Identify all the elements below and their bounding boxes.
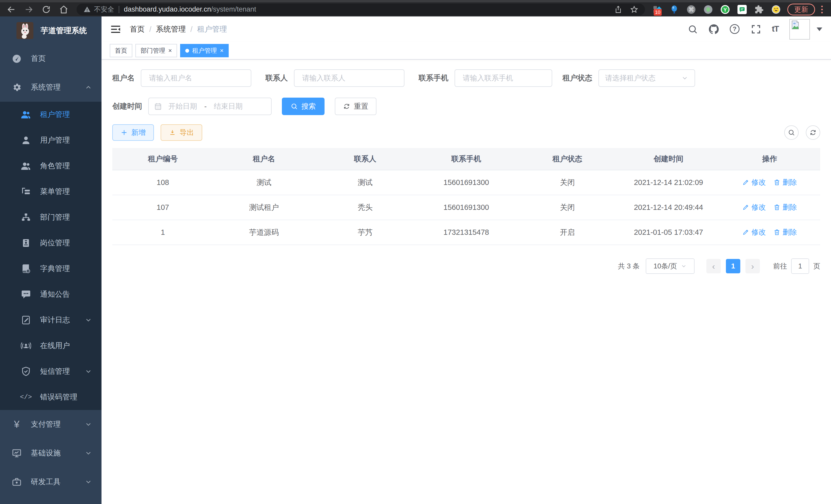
tab-home[interactable]: 首页: [110, 44, 132, 57]
github-icon[interactable]: [709, 24, 719, 34]
window-title-strip: [0, 0, 831, 2]
sidebar-item-post[interactable]: 岗位管理: [0, 230, 102, 256]
sidebar-item-role[interactable]: 角色管理: [0, 153, 102, 179]
prev-page-button[interactable]: ‹: [706, 259, 721, 273]
sidebar-item-notice[interactable]: 通知公告: [0, 281, 102, 307]
extension-balloon-icon[interactable]: [669, 4, 679, 14]
sidebar-item-label: 错误码管理: [40, 392, 77, 402]
tab-dept[interactable]: 部门管理×: [136, 44, 177, 57]
extension-tray: 10 ⌘ Y: [652, 4, 781, 14]
dictionary-icon: [20, 263, 32, 274]
contact-input[interactable]: [294, 69, 404, 87]
goto-label: 前往: [773, 262, 787, 271]
table-header-row: 租户编号 租户名 联系人 联系手机 租户状态 创建时间 操作: [112, 148, 820, 170]
status-select[interactable]: 请选择租户状态: [598, 69, 695, 87]
extension-command-icon[interactable]: ⌘: [686, 4, 696, 14]
address-bar[interactable]: 不安全 dashboard.yudao.iocoder.cn/system/te…: [77, 4, 645, 16]
table-row: 1 芋道源码 芋艿 17321315478 开启 2021-01-05 17:0…: [112, 220, 820, 245]
chevron-down-icon: [85, 367, 92, 375]
col-mobile: 联系手机: [416, 148, 517, 170]
extensions-puzzle-icon[interactable]: [754, 4, 764, 14]
help-icon[interactable]: ?: [730, 24, 740, 34]
extension-tampermonkey-icon[interactable]: 10: [652, 4, 662, 14]
delete-link[interactable]: 删除: [773, 202, 797, 212]
online-user-icon: [20, 340, 32, 351]
delete-link[interactable]: 删除: [773, 227, 797, 237]
avatar-caret-icon[interactable]: [816, 28, 822, 31]
sidebar-item-label: 通知公告: [40, 289, 70, 299]
next-page-button[interactable]: ›: [745, 259, 760, 273]
edit-link[interactable]: 修改: [742, 178, 766, 187]
close-icon[interactable]: ×: [220, 47, 224, 54]
extension-emoji-icon[interactable]: [771, 4, 781, 14]
id-badge-icon: [20, 237, 32, 249]
security-label[interactable]: 不安全: [94, 5, 114, 14]
create-time-range-picker[interactable]: -: [148, 98, 271, 115]
chevron-down-icon: [681, 263, 687, 269]
avatar[interactable]: [790, 19, 810, 39]
sidebar-item-dept[interactable]: 部门管理: [0, 205, 102, 230]
sidebar-item-label: 岗位管理: [40, 238, 70, 248]
sidebar-item-audit-log[interactable]: 审计日志: [0, 307, 102, 333]
browser-menu-icon[interactable]: [820, 4, 824, 15]
extension-record-icon[interactable]: [703, 4, 713, 14]
tab-tenant[interactable]: 租户管理×: [180, 44, 229, 57]
search-button[interactable]: 搜索: [282, 98, 324, 115]
edit-link[interactable]: 修改: [742, 227, 766, 237]
chevron-down-icon: [85, 420, 92, 428]
sidebar-item-sms[interactable]: 短信管理: [0, 359, 102, 384]
bookmark-star-icon[interactable]: [630, 5, 638, 13]
briefcase-icon: [10, 476, 23, 487]
edit-link[interactable]: 修改: [742, 202, 766, 212]
browser-reload-icon[interactable]: [41, 5, 51, 14]
sidebar-item-tenant[interactable]: 租户管理: [0, 102, 102, 127]
extension-y-icon[interactable]: Y: [720, 4, 730, 14]
sidebar-item-system[interactable]: 系统管理: [0, 73, 102, 102]
sidebar-item-label: 首页: [31, 53, 46, 64]
sidebar-item-infra[interactable]: 基础设施: [0, 439, 102, 468]
sidebar-collapse-icon[interactable]: [110, 24, 121, 35]
reset-button[interactable]: 重置: [335, 98, 376, 115]
header-search-icon[interactable]: [688, 24, 698, 34]
mobile-input[interactable]: [455, 69, 552, 87]
start-date-input[interactable]: [162, 102, 203, 111]
sidebar: 芋道管理系统 首页 系统管理 租户管理 用户管理 角色管理: [0, 17, 102, 504]
app-logo[interactable]: 芋道管理系统: [0, 17, 102, 44]
sidebar-item-dict[interactable]: 字典管理: [0, 256, 102, 281]
sidebar-item-label: 研发工具: [31, 477, 61, 487]
toggle-search-button[interactable]: [784, 125, 799, 140]
fullscreen-icon[interactable]: [751, 24, 761, 34]
goto-page-input[interactable]: [791, 259, 809, 274]
page-size-select[interactable]: 10条/页: [646, 259, 694, 274]
browser-forward-icon[interactable]: [24, 5, 33, 14]
sidebar-item-user[interactable]: 用户管理: [0, 127, 102, 153]
breadcrumb-system[interactable]: 系统管理: [156, 24, 186, 34]
export-button[interactable]: 导出: [161, 124, 202, 141]
close-icon[interactable]: ×: [168, 47, 172, 54]
font-size-icon[interactable]: tT: [772, 24, 779, 34]
end-date-input[interactable]: [208, 102, 249, 111]
url-host[interactable]: dashboard.yudao.iocoder.cn: [124, 5, 211, 13]
sidebar-item-label: 用户管理: [40, 135, 70, 145]
browser-update-button[interactable]: 更新: [787, 4, 815, 16]
users-icon: [20, 109, 32, 120]
sidebar-item-home[interactable]: 首页: [0, 44, 102, 73]
current-page[interactable]: 1: [726, 259, 740, 273]
sidebar-item-error-code[interactable]: </> 错误码管理: [0, 384, 102, 410]
breadcrumb-home[interactable]: 首页: [130, 24, 145, 34]
tenant-name-input[interactable]: [141, 69, 251, 87]
monitor-chart-icon: [10, 447, 23, 459]
sidebar-item-menu[interactable]: 菜单管理: [0, 179, 102, 205]
url-path[interactable]: /system/tenant: [211, 5, 256, 13]
browser-home-icon[interactable]: [59, 5, 68, 14]
sidebar-item-devtools[interactable]: 研发工具: [0, 468, 102, 496]
active-dot: [185, 49, 189, 53]
add-button[interactable]: 新增: [112, 124, 154, 141]
refresh-button[interactable]: [806, 125, 820, 140]
browser-back-icon[interactable]: [7, 5, 16, 14]
sidebar-item-online-users[interactable]: 在线用户: [0, 333, 102, 359]
extension-chat-icon[interactable]: [737, 4, 747, 14]
share-icon[interactable]: [614, 5, 622, 13]
sidebar-item-pay[interactable]: ¥ 支付管理: [0, 410, 102, 439]
delete-link[interactable]: 删除: [773, 178, 797, 187]
